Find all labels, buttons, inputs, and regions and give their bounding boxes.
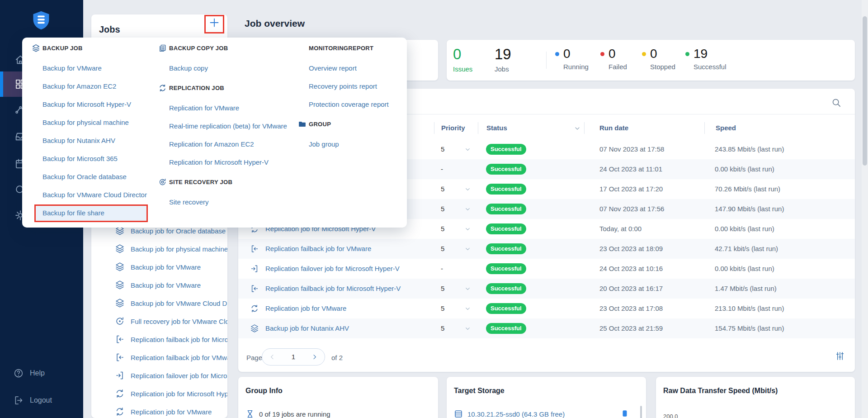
backup-icon <box>115 244 125 254</box>
menu-item-job-group[interactable]: Job group <box>309 135 401 153</box>
job-link-backup-job-for-vmware-cloud-direc[interactable]: Backup job for VMware Cloud Direc <box>131 299 227 307</box>
menu-item-site-recovery[interactable]: Site recovery <box>169 193 301 211</box>
table-row[interactable]: Backup job for Nutanix AHV5Successful25 … <box>238 318 855 338</box>
job-list-item[interactable]: Replication failback job for Microso <box>91 330 227 348</box>
job-list-item[interactable]: Backup job for VMware <box>91 276 227 294</box>
table-row[interactable]: Replication failback job for Microsoft H… <box>238 279 855 299</box>
job-list-item[interactable]: Replication failback job for VMware <box>91 348 227 366</box>
job-list-item[interactable]: Replication job for VMware <box>91 403 227 418</box>
table-settings-icon[interactable] <box>835 351 845 361</box>
job-link-replication-failback-job-for-vmware[interactable]: Replication failback job for VMware <box>265 245 371 252</box>
stat-value: 19 <box>693 47 708 61</box>
job-list-item[interactable]: Full recovery job for VMware Cloud <box>91 312 227 330</box>
db-cylinder-icon <box>621 408 629 418</box>
scrollbar-thumb[interactable] <box>863 16 867 166</box>
job-link-backup-job-for-nutanix-ahv[interactable]: Backup job for Nutanix AHV <box>265 324 349 332</box>
table-row[interactable]: Replication failover job for Microsoft H… <box>238 259 855 279</box>
status-badge: Successful <box>486 164 526 175</box>
menu-item-backup-for-file-share[interactable]: Backup for file share <box>42 204 153 222</box>
menu-item-overview-report[interactable]: Overview report <box>309 59 401 77</box>
card-scrollbar[interactable] <box>640 406 642 418</box>
job-link-full-recovery-job-for-vmware-cloud[interactable]: Full recovery job for VMware Cloud <box>131 318 227 325</box>
menu-item-backup-for-microsoft-hyper-v[interactable]: Backup for Microsoft Hyper-V <box>42 95 153 113</box>
menu-item-backup-for-amazon-ec2[interactable]: Backup for Amazon EC2 <box>42 77 153 95</box>
speed-value: 0.00 kbit/s (last run) <box>715 265 774 272</box>
menu-section-header-group: GROUP <box>309 115 401 133</box>
next-page-button[interactable] <box>311 353 318 361</box>
failback-icon <box>250 284 259 293</box>
replication-icon <box>115 407 125 417</box>
menu-item-backup-copy[interactable]: Backup copy <box>169 59 301 77</box>
menu-item-protection-coverage-report[interactable]: Protection coverage report <box>309 95 401 113</box>
job-link-replication-failback-job-for-microsoft-hyper-v[interactable]: Replication failback job for Microsoft H… <box>265 285 401 292</box>
job-link-backup-job-for-vmware[interactable]: Backup job for VMware <box>131 263 227 271</box>
priority-value: 5 <box>441 225 444 233</box>
speed-value: 147.90 Mbit/s (last run) <box>715 205 784 213</box>
priority-chevron-icon[interactable] <box>464 246 471 252</box>
backup-icon <box>115 262 125 272</box>
stat-value: 0 <box>650 47 657 61</box>
priority-value: 5 <box>441 285 444 292</box>
jobs-panel-title: Jobs <box>99 24 120 35</box>
priority-chevron-icon[interactable] <box>464 146 471 153</box>
priority-chevron-icon[interactable] <box>464 305 471 312</box>
failback-icon <box>115 334 125 344</box>
speed-value: 70.26 Mbit/s (last run) <box>715 185 780 193</box>
add-job-button[interactable] <box>206 17 223 31</box>
storage-link[interactable]: 10.30.21.25-ssd0 (64.3 GB free) <box>467 410 565 418</box>
table-row[interactable]: Replication failback job for VMware5Succ… <box>238 239 855 259</box>
menu-item-replication-for-amazon-ec2[interactable]: Replication for Amazon EC2 <box>169 135 301 153</box>
stat-label: Failed <box>600 63 627 71</box>
help-label: Help <box>30 369 45 377</box>
table-row[interactable]: Replication job for VMware5Successful23 … <box>238 299 855 318</box>
priority-chevron-icon[interactable] <box>464 325 471 332</box>
job-list-item[interactable]: Replication failover job for Microsof <box>91 366 227 385</box>
col-header-priority[interactable]: Priority <box>441 124 465 132</box>
menu-item-backup-for-physical-machine[interactable]: Backup for physical machine <box>42 113 153 131</box>
logout-button[interactable]: Logout <box>14 395 52 405</box>
priority-chevron-icon[interactable] <box>464 206 471 213</box>
menu-item-recovery-points-report[interactable]: Recovery points report <box>309 77 401 95</box>
job-link-backup-job-for-physical-machine[interactable]: Backup job for physical machine <box>131 245 227 253</box>
priority-chevron-icon[interactable] <box>464 186 471 193</box>
menu-item-backup-for-microsoft-365[interactable]: Backup for Microsoft 365 <box>42 149 153 167</box>
window-scrollbar[interactable] <box>862 0 868 418</box>
job-link-replication-job-for-vmware[interactable]: Replication job for VMware <box>131 408 227 416</box>
menu-item-backup-for-vmware-cloud-director[interactable]: Backup for VMware Cloud Director <box>42 185 153 204</box>
page-label: Page <box>246 354 262 361</box>
col-header-run-date[interactable]: Run date <box>599 124 628 132</box>
backup-icon <box>115 298 125 308</box>
job-link-replication-failover-job-for-microsoft-hyper-v[interactable]: Replication failover job for Microsoft H… <box>265 265 400 272</box>
job-link-backup-job-for-vmware[interactable]: Backup job for VMware <box>131 281 227 289</box>
priority-chevron-icon[interactable] <box>464 226 471 233</box>
run-date: 20 Oct 2023 at 16:17 <box>599 285 663 292</box>
menu-item-replication-for-vmware[interactable]: Replication for VMware <box>169 99 301 117</box>
run-date: 07 Nov 2023 at 17:56 <box>599 205 664 213</box>
menu-item-real-time-replication-beta-for-vmware[interactable]: Real-time replication (beta) for VMware <box>169 117 301 135</box>
priority-value: 5 <box>441 324 444 332</box>
job-list-item[interactable]: Backup job for VMware <box>91 258 227 276</box>
job-link-replication-failover-job-for-microsof[interactable]: Replication failover job for Microsof <box>131 372 227 380</box>
col-header-status[interactable]: Status <box>486 124 507 132</box>
help-button[interactable]: Help <box>14 368 45 378</box>
job-link-replication-failback-job-for-microso[interactable]: Replication failback job for Microso <box>131 336 227 343</box>
priority-chevron-icon[interactable] <box>464 285 471 292</box>
col-header-speed[interactable]: Speed <box>716 124 736 132</box>
replication-icon <box>250 304 259 313</box>
job-link-backup-job-for-oracle-database[interactable]: Backup job for Oracle database <box>131 227 227 235</box>
job-link-replication-failback-job-for-vmware[interactable]: Replication failback job for VMware <box>131 354 227 361</box>
menu-section-header-backup-job: BACKUP JOB <box>42 39 153 57</box>
menu-item-backup-for-nutanix-ahv[interactable]: Backup for Nutanix AHV <box>42 131 153 149</box>
job-list-item[interactable]: Replication job for Microsoft Hyper- <box>91 385 227 403</box>
menu-item-backup-for-oracle-database[interactable]: Backup for Oracle database <box>42 167 153 185</box>
search-icon[interactable] <box>831 98 841 108</box>
status-filter-chevron-icon[interactable] <box>574 125 581 132</box>
job-list-item[interactable]: Backup job for VMware Cloud Direc <box>91 294 227 312</box>
job-link-replication-job-for-microsoft-hyper[interactable]: Replication job for Microsoft Hyper- <box>131 390 227 398</box>
menu-item-backup-for-vmware[interactable]: Backup for VMware <box>42 59 153 77</box>
menu-item-replication-for-microsoft-hyper-v[interactable]: Replication for Microsoft Hyper-V <box>169 153 301 171</box>
speed-value: 42.71 kbit/s (last run) <box>715 245 778 252</box>
priority-value: 5 <box>441 145 444 153</box>
job-link-replication-job-for-vmware[interactable]: Replication job for VMware <box>265 304 346 312</box>
job-list-item[interactable]: Backup job for physical machine <box>91 240 227 258</box>
